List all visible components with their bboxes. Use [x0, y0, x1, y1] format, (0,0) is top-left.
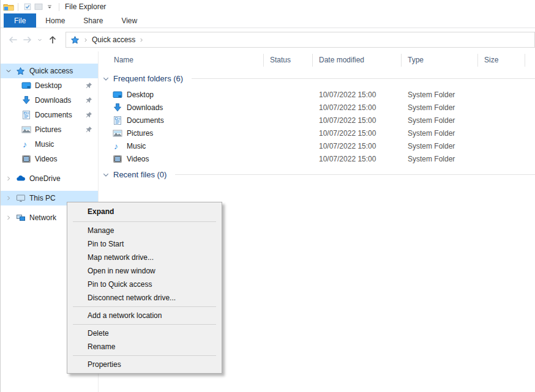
- sidebar-item-quick-access[interactable]: Quick access: [1, 64, 98, 78]
- file-row-desktop[interactable]: Desktop10/07/2022 15:00System Folder: [99, 88, 535, 101]
- pictures-icon: [21, 125, 31, 135]
- file-type: System Folder: [402, 155, 478, 163]
- ribbon-tab-home[interactable]: Home: [36, 13, 74, 28]
- documents-icon: [113, 116, 122, 125]
- svg-text:♪: ♪: [114, 141, 118, 151]
- file-row-downloads[interactable]: Downloads10/07/2022 15:00System Folder: [99, 101, 535, 114]
- menu-separator: [73, 355, 216, 356]
- context-menu-item-properties[interactable]: Properties: [67, 358, 222, 371]
- context-menu-item-pin-to-start[interactable]: Pin to Start: [67, 237, 222, 251]
- quick-access-star-icon: [70, 35, 80, 45]
- file-date-modified: 10/07/2022 15:00: [313, 142, 402, 150]
- sidebar-item-videos[interactable]: Videos: [1, 152, 98, 166]
- context-menu-item-delete[interactable]: Delete: [67, 327, 222, 340]
- sidebar-item-label: OneDrive: [29, 174, 61, 183]
- group-title: Recent files (0): [113, 170, 166, 179]
- file-date-modified: 10/07/2022 15:00: [313, 103, 402, 112]
- file-groups: Frequent folders (6)Desktop10/07/2022 15…: [99, 74, 535, 179]
- file-row-documents[interactable]: Documents10/07/2022 15:00System Folder: [99, 114, 535, 127]
- context-menu-item-map-network-drive[interactable]: Map network drive...: [67, 251, 222, 264]
- sidebar-item-downloads[interactable]: Downloads: [1, 93, 98, 108]
- divider: [18, 3, 18, 11]
- file-row-pictures[interactable]: Pictures10/07/2022 15:00System Folder: [99, 127, 535, 139]
- column-header-date-modified[interactable]: Date modified: [313, 54, 402, 67]
- menu-separator: [73, 221, 216, 222]
- qat-new-folder-icon[interactable]: [33, 1, 44, 12]
- column-header-name[interactable]: Name: [99, 54, 264, 67]
- chevron-down-icon[interactable]: [6, 68, 15, 74]
- file-name: Desktop: [127, 91, 154, 99]
- pin-icon: [85, 111, 92, 119]
- file-name: Documents: [127, 116, 164, 125]
- chevron-right-icon[interactable]: [6, 215, 15, 221]
- ribbon-tab-file[interactable]: File: [4, 13, 36, 28]
- music-icon: ♪: [113, 141, 122, 151]
- file-date-modified: 10/07/2022 15:00: [313, 155, 402, 163]
- group-header-recent-files-0[interactable]: Recent files (0): [102, 170, 535, 179]
- quick-access-star-icon: [15, 66, 26, 76]
- sidebar-item-onedrive[interactable]: OneDrive: [1, 171, 98, 186]
- music-icon: ♪: [21, 139, 31, 149]
- chevron-down-icon[interactable]: [102, 75, 110, 83]
- sidebar-item-pictures[interactable]: Pictures: [1, 122, 98, 137]
- qat-customize-dropdown-icon[interactable]: [44, 1, 55, 12]
- file-type: System Folder: [402, 116, 478, 125]
- column-header-size[interactable]: Size: [478, 54, 525, 67]
- ribbon-tab-share[interactable]: Share: [74, 13, 112, 28]
- videos-icon: [113, 154, 122, 164]
- context-menu-item-open-in-new-window[interactable]: Open in new window: [67, 264, 222, 278]
- back-button[interactable]: [6, 32, 20, 48]
- qat-properties-icon[interactable]: [22, 1, 33, 12]
- breadcrumb[interactable]: Quick access: [92, 35, 135, 44]
- file-type: System Folder: [402, 91, 478, 99]
- sidebar-item-label: Pictures: [35, 125, 61, 134]
- file-name: Downloads: [127, 103, 163, 112]
- divider: [59, 3, 59, 11]
- context-menu-item-rename[interactable]: Rename: [67, 340, 222, 353]
- chevron-right-icon[interactable]: [83, 37, 88, 43]
- chevron-right-icon[interactable]: [139, 37, 144, 43]
- desktop-icon: [21, 81, 31, 91]
- sidebar-item-label: This PC: [29, 194, 56, 202]
- context-menu: ExpandManagePin to StartMap network driv…: [67, 202, 222, 374]
- sidebar-item-label: Network: [29, 213, 56, 222]
- network-icon: [15, 213, 26, 223]
- ribbon-tab-view[interactable]: View: [112, 13, 146, 28]
- sidebar-item-music[interactable]: ♪Music: [1, 137, 98, 152]
- group-header-frequent-folders-6[interactable]: Frequent folders (6): [102, 74, 535, 83]
- navigation-bar: Quick access: [1, 28, 535, 51]
- file-type: System Folder: [402, 142, 478, 150]
- context-menu-item-expand[interactable]: Expand: [67, 204, 222, 220]
- file-date-modified: 10/07/2022 15:00: [313, 91, 402, 99]
- sidebar-item-documents[interactable]: Documents: [1, 108, 98, 122]
- context-menu-item-add-a-network-location[interactable]: Add a network location: [67, 309, 222, 322]
- file-type: System Folder: [402, 129, 478, 138]
- file-type: System Folder: [402, 103, 478, 112]
- group-divider: [175, 174, 535, 175]
- column-header-type[interactable]: Type: [402, 54, 478, 67]
- forward-button[interactable]: [20, 32, 35, 48]
- ribbon-tabs: FileHomeShareView: [1, 13, 535, 28]
- file-date-modified: 10/07/2022 15:00: [313, 116, 402, 125]
- file-row-music[interactable]: ♪Music10/07/2022 15:00System Folder: [99, 139, 535, 152]
- chevron-right-icon[interactable]: [6, 176, 15, 182]
- up-button[interactable]: [45, 32, 61, 48]
- chevron-down-icon[interactable]: [102, 171, 110, 179]
- recent-locations-dropdown-icon[interactable]: [35, 32, 45, 48]
- this-pc-icon: [15, 193, 26, 203]
- context-menu-item-disconnect-network-drive[interactable]: Disconnect network drive...: [67, 291, 222, 305]
- sidebar-item-label: Quick access: [29, 67, 73, 75]
- address-bar[interactable]: Quick access: [65, 32, 535, 48]
- file-row-videos[interactable]: Videos10/07/2022 15:00System Folder: [99, 152, 535, 165]
- pin-icon: [85, 126, 92, 133]
- context-menu-item-pin-to-quick-access[interactable]: Pin to Quick access: [67, 278, 222, 291]
- sidebar-item-desktop[interactable]: Desktop: [1, 78, 98, 93]
- group-divider: [192, 78, 535, 79]
- context-menu-item-manage[interactable]: Manage: [67, 224, 222, 237]
- file-name: Pictures: [127, 129, 153, 138]
- file-name: Videos: [127, 155, 149, 163]
- column-header-status[interactable]: Status: [264, 54, 313, 67]
- file-name: Music: [127, 142, 146, 150]
- pin-icon: [85, 82, 92, 89]
- chevron-right-icon[interactable]: [6, 195, 15, 201]
